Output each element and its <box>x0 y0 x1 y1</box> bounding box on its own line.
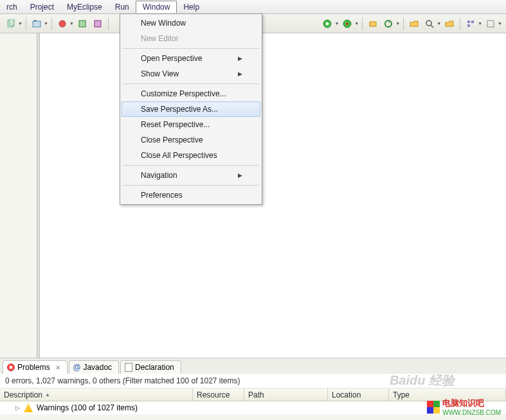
svg-point-4 <box>59 21 66 27</box>
svg-point-13 <box>426 21 431 26</box>
submenu-arrow-icon: ▶ <box>238 71 242 77</box>
dropdown-arrow-icon[interactable]: ▼ <box>334 21 339 26</box>
menu-close-all-perspectives[interactable]: Close All Perspectives <box>122 148 260 163</box>
svg-rect-17 <box>467 24 470 27</box>
declaration-icon <box>125 363 132 372</box>
problems-icon <box>7 363 15 371</box>
row-description: Warnings (100 of 1027 items) <box>37 403 138 412</box>
svg-rect-15 <box>467 21 470 23</box>
toolbar-button[interactable] <box>75 17 89 31</box>
toolbar-button[interactable] <box>366 17 380 31</box>
col-path[interactable]: Path <box>244 389 328 401</box>
menu-close-perspective[interactable]: Close Perspective <box>122 132 260 148</box>
menu-search[interactable]: rch <box>0 1 24 13</box>
dropdown-arrow-icon[interactable]: ▼ <box>44 21 48 26</box>
toolbar-button[interactable] <box>4 17 18 31</box>
baidu-watermark: Baidu 经验 <box>390 372 455 389</box>
toolbar-button[interactable] <box>55 17 69 31</box>
submenu-arrow-icon: ▶ <box>238 172 242 179</box>
run-button[interactable] <box>320 17 334 31</box>
svg-rect-5 <box>79 21 86 27</box>
menu-show-view[interactable]: Show View▶ <box>122 66 260 82</box>
logo-icon <box>427 401 440 414</box>
dropdown-arrow-icon[interactable]: ▼ <box>395 21 400 26</box>
expand-icon[interactable]: ▷ <box>15 405 20 411</box>
dropdown-arrow-icon[interactable]: ▼ <box>354 21 359 26</box>
search-button[interactable] <box>422 17 437 31</box>
toolbar-button[interactable] <box>464 17 478 31</box>
toolbar-button[interactable] <box>30 17 44 31</box>
svg-rect-11 <box>370 22 376 26</box>
watermark: 电脑知识吧 WWW.DNZSB.COM <box>427 398 501 416</box>
menu-new-window[interactable]: New Window <box>122 15 260 31</box>
col-description[interactable]: Description▲ <box>0 389 193 401</box>
col-resource[interactable]: Resource <box>193 389 244 401</box>
menu-myeclipse[interactable]: MyEclipse <box>60 1 109 13</box>
menubar: rch Project MyEclipse Run Window Help <box>0 0 506 14</box>
svg-rect-18 <box>487 21 494 27</box>
tab-problems[interactable]: Problems ✕ <box>3 360 68 374</box>
svg-rect-6 <box>95 21 101 27</box>
menu-reset-perspective[interactable]: Reset Perspective... <box>122 117 260 132</box>
dropdown-arrow-icon[interactable]: ▼ <box>437 21 441 26</box>
dropdown-arrow-icon[interactable]: ▼ <box>69 21 74 26</box>
menu-project[interactable]: Project <box>24 1 60 13</box>
svg-point-12 <box>385 21 392 27</box>
sort-indicator-icon: ▲ <box>45 392 50 398</box>
toolbar-button[interactable] <box>381 17 395 31</box>
toolbar-button[interactable] <box>91 17 105 31</box>
debug-button[interactable] <box>340 17 354 31</box>
svg-rect-1 <box>9 19 14 26</box>
javadoc-icon: @ <box>73 363 81 372</box>
window-dropdown: New Window New Editor Open Perspective▶ … <box>120 13 262 205</box>
col-location[interactable]: Location <box>328 389 389 401</box>
menu-window[interactable]: Window <box>136 1 177 13</box>
warning-icon <box>24 403 33 412</box>
tab-javadoc[interactable]: @ Javadoc <box>69 360 119 374</box>
menu-open-perspective[interactable]: Open Perspective▶ <box>122 51 260 66</box>
open-folder-button[interactable] <box>407 17 421 31</box>
dropdown-arrow-icon[interactable]: ▼ <box>478 21 482 26</box>
tab-declaration[interactable]: Declaration <box>120 360 181 374</box>
toolbar-button[interactable] <box>442 17 456 31</box>
menu-save-perspective-as[interactable]: Save Perspective As... <box>122 101 260 117</box>
close-icon[interactable]: ✕ <box>55 364 60 371</box>
menu-navigation[interactable]: Navigation▶ <box>122 168 260 183</box>
svg-rect-3 <box>34 20 36 22</box>
menu-help[interactable]: Help <box>177 1 206 13</box>
svg-rect-2 <box>33 21 41 27</box>
menu-preferences[interactable]: Preferences <box>122 188 260 203</box>
toolbar-button[interactable] <box>483 17 498 31</box>
dropdown-arrow-icon[interactable]: ▼ <box>498 21 502 26</box>
editor-area <box>40 33 506 358</box>
svg-line-14 <box>431 25 433 28</box>
svg-point-10 <box>346 22 348 25</box>
menu-customize-perspective[interactable]: Customize Perspective... <box>122 86 260 101</box>
submenu-arrow-icon: ▶ <box>238 55 242 62</box>
sidebar-left <box>0 33 37 358</box>
menu-run[interactable]: Run <box>109 1 136 13</box>
menu-new-editor: New Editor <box>122 31 260 46</box>
svg-rect-16 <box>471 21 474 23</box>
dropdown-arrow-icon[interactable]: ▼ <box>18 21 23 26</box>
